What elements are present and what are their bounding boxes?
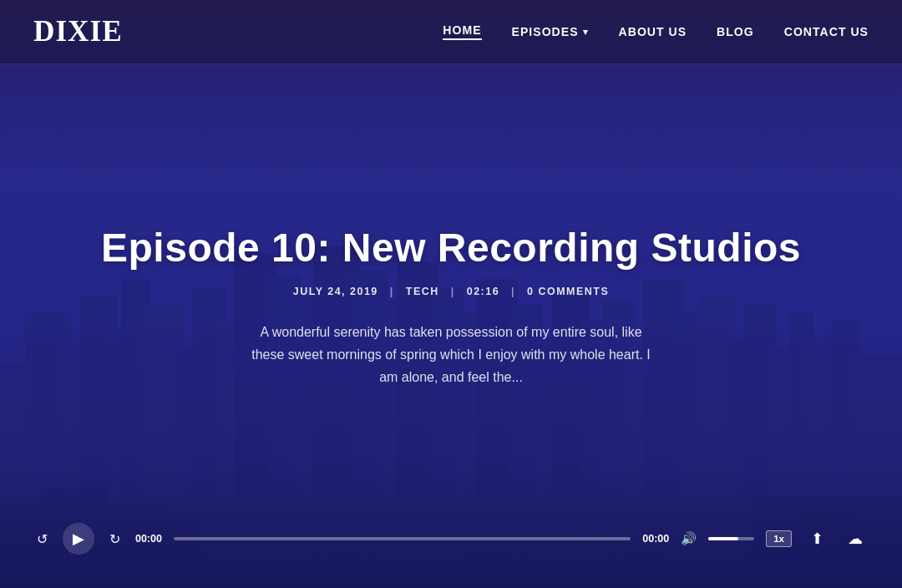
speed-button[interactable]: 1x — [766, 530, 792, 547]
hero-content: Episode 10: New Recording Studios JULY 2… — [0, 25, 902, 588]
share-button[interactable]: ⬆ — [803, 525, 830, 552]
main-nav: HOME EPISODES ▾ ABOUT US BLOG CONTACT US — [443, 23, 869, 40]
episode-title: Episode 10: New Recording Studios — [101, 225, 801, 271]
episode-comments: 0 COMMENTS — [527, 286, 609, 297]
play-icon: ▶ — [73, 530, 84, 548]
play-button[interactable]: ▶ — [63, 523, 94, 555]
rewind-icon: ↺ — [37, 531, 48, 547]
separator-2: | — [451, 286, 455, 297]
separator-3: | — [511, 286, 515, 297]
episode-excerpt: A wonderful serenity has taken possessio… — [242, 321, 660, 389]
episode-meta: JULY 24, 2019 | TECH | 02:16 | 0 COMMENT… — [293, 286, 610, 297]
nav-blog[interactable]: BLOG — [717, 25, 754, 38]
download-button[interactable]: ☁ — [842, 525, 869, 552]
nav-home[interactable]: HOME — [443, 23, 481, 40]
cloud-download-icon: ☁ — [848, 530, 863, 548]
forward-icon: ↻ — [109, 531, 120, 547]
chevron-down-icon: ▾ — [583, 27, 589, 38]
episode-category: TECH — [406, 286, 439, 297]
separator-1: | — [390, 286, 394, 297]
volume-fill — [708, 537, 738, 540]
total-time: 00:00 — [642, 533, 669, 545]
hero-section: Dixie HOME EPISODES ▾ ABOUT US BLOG CONT… — [0, 0, 902, 588]
episodes-label: EPISODES — [512, 25, 579, 38]
volume-icon: 🔊 — [681, 531, 697, 546]
nav-about[interactable]: ABOUT US — [619, 25, 687, 38]
rewind-button[interactable]: ↺ — [33, 528, 51, 550]
progress-bar-container[interactable] — [174, 537, 631, 540]
episode-duration: 02:16 — [467, 286, 499, 297]
site-header: Dixie HOME EPISODES ▾ ABOUT US BLOG CONT… — [0, 0, 902, 64]
nav-contact[interactable]: CONTACT US — [784, 25, 869, 38]
share-icon: ⬆ — [811, 530, 823, 548]
forward-button[interactable]: ↻ — [106, 528, 124, 550]
audio-player: ↺ ▶ ↻ 00:00 00:00 🔊 1x ⬆ ☁ — [0, 523, 902, 555]
volume-slider[interactable] — [708, 537, 754, 540]
nav-episodes[interactable]: EPISODES ▾ — [512, 25, 589, 38]
logo-text: Dixie — [33, 15, 123, 48]
episode-date: JULY 24, 2019 — [293, 286, 378, 297]
site-logo[interactable]: Dixie — [33, 15, 123, 48]
current-time: 00:00 — [135, 533, 162, 545]
